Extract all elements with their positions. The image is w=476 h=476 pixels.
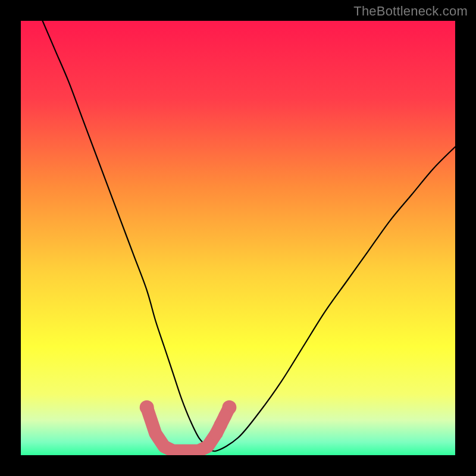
gradient-background: [21, 21, 455, 455]
plot-area: [21, 21, 455, 455]
highlight-end-dot: [140, 400, 154, 415]
attribution-watermark: TheBottleneck.com: [353, 4, 468, 19]
chart-container: TheBottleneck.com: [0, 0, 476, 476]
chart-svg: [21, 21, 455, 455]
highlight-bead: [218, 409, 231, 422]
